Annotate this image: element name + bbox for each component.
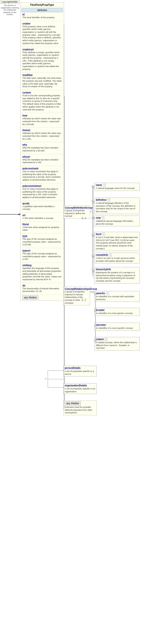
svg-rect-56 (92, 218, 93, 219)
attr-desc-id: The local identifier of the property. (22, 16, 62, 19)
any-other-bottom-box: any ##other Extension point for provider… (63, 400, 97, 415)
main-type-box: FlexPartyPropType attributes idThe local… (20, 2, 64, 301)
broader-box: broader An identifier of a more generic … (94, 308, 140, 316)
facet-ext-icon: + (102, 233, 105, 236)
attr-divider-8 (21, 166, 63, 166)
attr-item-modified: modifiedThe date (and, optionally, the t… (22, 73, 62, 89)
attr-desc-how: Indicates by which means the value was e… (22, 117, 62, 126)
attr-divider-1 (21, 47, 63, 47)
attr-item-literal: literalA free-text value assigned as 'pr… (22, 222, 62, 232)
note-box: note + Additional natural language infor… (94, 216, 140, 226)
attr-desc-qcode: A qualified code which identifies a conc… (22, 205, 62, 211)
concept-def-group-cardinality: 0...∞ (82, 218, 86, 220)
attributes-section-header: attributes (21, 8, 63, 12)
definition-box: definition + A natural language definiti… (94, 198, 140, 214)
attr-item-pubconstraint: pubconstraintOne or many constraints tha… (22, 167, 62, 182)
attr-divider-3 (21, 90, 63, 90)
attr-item-howuri: howuriIndicates by which means the value… (22, 128, 62, 141)
attr-item-custom: customIf set to true the corresponding p… (22, 91, 62, 112)
attr-divider-0 (21, 21, 63, 21)
attr-item-creatoruri: creatoruriIf the attribute is empty, spe… (22, 48, 62, 72)
attr-desc-typeuri: The type of the concept assigned as cont… (22, 252, 62, 261)
attr-item-pubconstrainturi: pubconstrainturiOne or many constraints … (22, 184, 62, 200)
same-as-ext-icon: + (106, 292, 108, 295)
svg-rect-54 (92, 186, 93, 187)
svg-rect-57 (92, 234, 93, 236)
attr-item-type: typeThe type of the concept assigned as … (22, 234, 62, 247)
attr-divider-9 (21, 183, 63, 184)
name-box: name + A natural language name for the c… (94, 183, 140, 191)
attr-divider-2 (21, 72, 63, 72)
svg-rect-29 (92, 202, 94, 203)
svg-rect-55 (92, 200, 93, 202)
attr-desc-whyuri: Why the metadata has been included - exp… (22, 158, 62, 164)
attr-item-qcode: qcodeA qualified code which identifies a… (22, 202, 62, 212)
svg-rect-59 (92, 270, 93, 271)
svg-rect-32 (92, 256, 94, 258)
copyright-holder-label: copyrightHolder The person or organisati… (0, 0, 20, 16)
attr-divider-6 (21, 142, 63, 142)
attr-desc-uri: A URI which identifies a concept. (22, 217, 62, 220)
attr-desc-modified: The date (and, optionally, the time) whe… (22, 77, 62, 88)
diagram-container: copyrightHolder The person or organisati… (0, 0, 166, 644)
attr-name-custom: custom (22, 91, 31, 94)
concept-relationships-group-box: ConceptRelationshipsGroup A group of pro… (63, 287, 90, 305)
attr-divider-13 (21, 233, 63, 234)
attr-item-why: whyWhy the metadata has been included - … (22, 143, 62, 153)
svg-rect-33 (92, 271, 94, 272)
attr-name-pubconstrainturi: pubconstrainturi (22, 185, 41, 188)
attr-desc-why: Why the metadata has been included - exp… (22, 146, 62, 152)
note-ext-icon: + (102, 216, 104, 220)
concept-definition-group-box: ConceptDefinitionGroup A group of proper… (63, 206, 90, 219)
attr-desc-type: The type of the concept assigned as cont… (22, 238, 62, 246)
hierarchy-info-box: hierarchyInfo Represents the position of… (94, 267, 140, 284)
attr-item-creator: creatorIf the property value is not defi… (22, 22, 62, 46)
narrower-box: narrower An identifier of a more specifi… (94, 322, 140, 331)
facet-box: facet + In hx4 1.8 and later, facet is d… (94, 232, 140, 251)
svg-rect-28 (92, 187, 94, 188)
svg-rect-30 (92, 217, 94, 219)
definition-ext-icon: + (107, 198, 110, 202)
remote-info-ext-icon: + (109, 254, 112, 256)
attr-divider-15 (21, 262, 63, 263)
attr-desc-pubconstrainturi: One or many constraints that apply to pu… (22, 188, 62, 199)
attr-name-whyuri: whyuri (22, 156, 30, 158)
attr-name-id: id (22, 13, 25, 16)
attr-name-howuri: howuri (22, 129, 30, 132)
attr-item-dir: dirThe directionality of textual informa… (22, 284, 62, 294)
attr-desc-xmllang: Specifies the language of this property … (22, 267, 62, 281)
attr-desc-pubconstraint: One or many constraints that apply to pu… (22, 170, 62, 182)
attr-item-id: idThe local identifier of the property. (22, 13, 62, 20)
concept-rel-group-cardinality: 0...∞ (82, 299, 86, 302)
attr-name-dir: dir (22, 284, 26, 287)
attr-name-uri: uri (22, 214, 26, 217)
related-ext-icon: + (105, 338, 107, 341)
organisation-details-box: organisationDetails A set of properties … (63, 383, 97, 394)
attr-item-uri: uriA URI which identifies a concept. (22, 214, 62, 221)
attr-desc-literal: A free-text value assigned as 'property'… (22, 226, 62, 232)
attr-divider-12 (21, 222, 63, 222)
bottom-divider (21, 294, 63, 295)
attr-divider-11 (21, 212, 63, 213)
remote-info-box: remoteInfo + A link to an item or a web … (94, 253, 140, 264)
attr-name-creator: creator (22, 22, 31, 25)
svg-text:⊢: ⊢ (45, 378, 47, 380)
attr-desc-creatoruri: If the attribute is empty, specifies whi… (22, 51, 62, 71)
attr-item-typeuri: typeuriThe type of the concept assigned … (22, 249, 62, 262)
attr-divider-5 (21, 128, 63, 128)
attributes-container: idThe local identifier of the property.c… (20, 13, 64, 294)
attr-item-xmllang: xmllangSpecifies the language of this pr… (22, 264, 62, 282)
attr-divider-4 (21, 113, 63, 113)
attr-name-how: how (22, 114, 27, 117)
attr-name-xmllang: xmllang (22, 264, 31, 267)
attr-item-whyuri: whyuriWhy the metadata has been included… (22, 155, 62, 165)
name-ext-icon: + (103, 184, 106, 186)
svg-rect-31 (92, 235, 94, 236)
related-box: related + A related concept, where the r… (94, 337, 140, 350)
attr-desc-creator: If the property value is not defined, sp… (22, 26, 62, 45)
attr-name-pubconstraint: pubconstraint (22, 167, 38, 170)
attr-divider-16 (21, 283, 63, 283)
any-other-item: any ##other (22, 296, 62, 300)
attr-name-modified: modified (22, 74, 32, 77)
main-box-title: FlexPartyPropType (20, 3, 64, 7)
